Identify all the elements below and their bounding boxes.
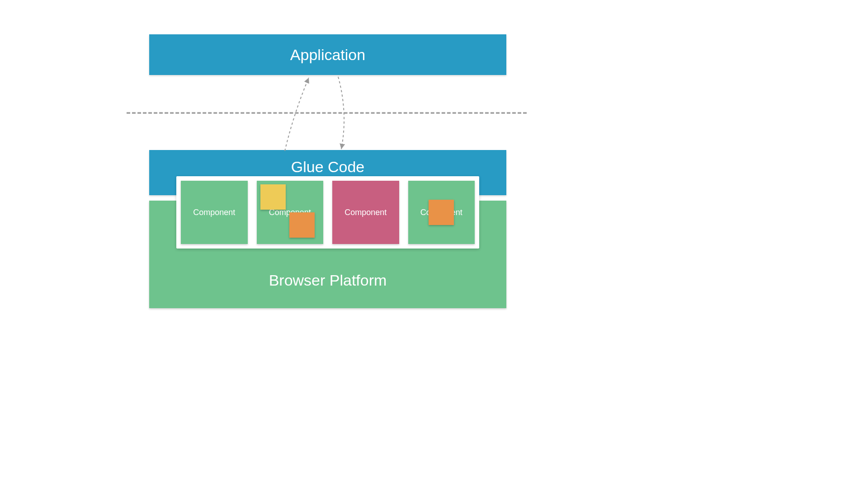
component-label: Component (344, 208, 387, 217)
component-label: Component (193, 208, 235, 217)
overlay-chip (429, 200, 454, 225)
arrow-glue-to-app (285, 78, 309, 151)
boundary-divider (127, 112, 527, 114)
layer-application: Application (149, 34, 506, 75)
layer-glue-label: Glue Code (291, 158, 365, 176)
diagram-stage: Application Glue Code Browser Platform C… (0, 0, 868, 488)
overlay-chip (289, 212, 315, 238)
overlay-chip (260, 184, 286, 210)
layer-platform-label: Browser Platform (269, 272, 387, 289)
component-box: Component (332, 181, 399, 244)
layer-application-label: Application (290, 46, 365, 64)
component-box: Component (181, 181, 248, 244)
